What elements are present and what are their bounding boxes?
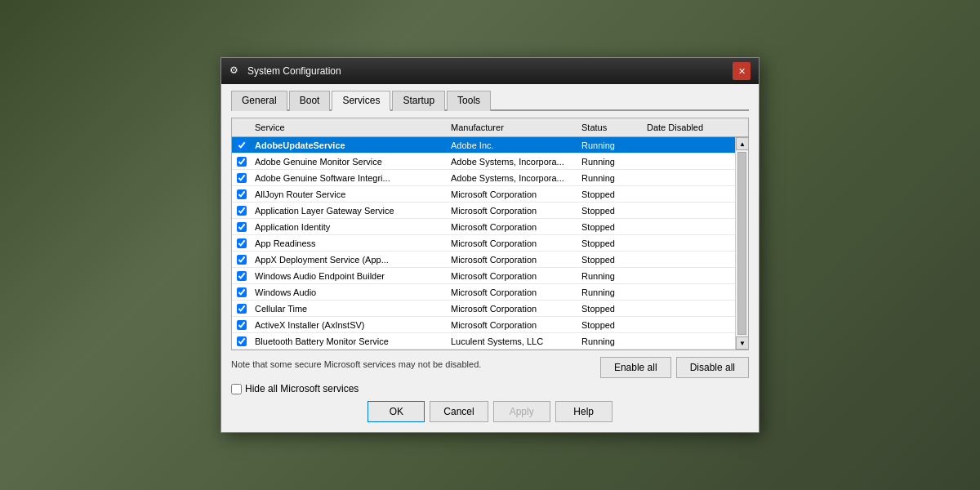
- scroll-down-arrow[interactable]: ▼: [736, 336, 749, 350]
- table-body[interactable]: AdobeUpdateServiceAdobe Inc.RunningAdobe…: [232, 137, 735, 350]
- service-name: ActiveX Installer (AxInstSV): [252, 318, 448, 332]
- row-checkbox-cell: [232, 238, 252, 248]
- hide-checkbox-row: Hide all Microsoft services: [231, 383, 749, 394]
- service-status: Stopped: [578, 220, 644, 234]
- col-date-disabled: Date Disabled: [644, 121, 742, 134]
- table-row[interactable]: Application Layer Gateway ServiceMicroso…: [232, 203, 735, 219]
- tab-tools[interactable]: Tools: [447, 91, 491, 111]
- service-checkbox[interactable]: [237, 222, 247, 232]
- manufacturer-name: Microsoft Corporation: [448, 237, 578, 250]
- table-body-container: AdobeUpdateServiceAdobe Inc.RunningAdobe…: [232, 137, 748, 350]
- table-header: Service Manufacturer Status Date Disable…: [232, 118, 748, 137]
- table-row[interactable]: Bluetooth Battery Monitor ServiceLuculen…: [232, 333, 735, 350]
- table-row[interactable]: App ReadinessMicrosoft CorporationStoppe…: [232, 235, 735, 252]
- service-checkbox[interactable]: [237, 255, 247, 265]
- service-checkbox[interactable]: [237, 206, 247, 216]
- close-button[interactable]: ✕: [733, 62, 751, 80]
- service-checkbox[interactable]: [237, 189, 247, 199]
- col-manufacturer: Manufacturer: [448, 121, 578, 134]
- table-row[interactable]: AllJoyn Router ServiceMicrosoft Corporat…: [232, 186, 735, 203]
- date-disabled: [644, 209, 735, 212]
- title-bar: ⚙ System Configuration ✕: [221, 58, 759, 84]
- table-row[interactable]: AdobeUpdateServiceAdobe Inc.Running: [232, 137, 735, 154]
- service-status: Running: [578, 172, 644, 185]
- main-buttons-row: OK Cancel Apply Help: [231, 401, 749, 422]
- table-row[interactable]: Application IdentityMicrosoft Corporatio…: [232, 219, 735, 235]
- row-checkbox-cell: [232, 271, 252, 281]
- apply-button[interactable]: Apply: [493, 401, 550, 422]
- service-name: AdobeUpdateService: [252, 139, 448, 152]
- service-name: Application Identity: [252, 220, 448, 234]
- service-name: Adobe Genuine Software Integri...: [252, 172, 448, 185]
- tab-startup[interactable]: Startup: [392, 91, 445, 111]
- table-row[interactable]: Cellular TimeMicrosoft CorporationStoppe…: [232, 301, 735, 317]
- table-row[interactable]: Adobe Genuine Monitor ServiceAdobe Syste…: [232, 154, 735, 170]
- date-disabled: [644, 225, 735, 229]
- scroll-thumb[interactable]: [737, 152, 746, 335]
- date-disabled: [644, 307, 735, 310]
- date-disabled: [644, 291, 735, 294]
- manufacturer-name: Microsoft Corporation: [448, 286, 578, 299]
- ok-button[interactable]: OK: [368, 401, 425, 422]
- service-name: Application Layer Gateway Service: [252, 204, 448, 217]
- system-configuration-dialog: ⚙ System Configuration ✕ General Boot Se…: [220, 57, 760, 433]
- tab-boot[interactable]: Boot: [289, 91, 331, 111]
- manufacturer-name: Microsoft Corporation: [448, 253, 578, 266]
- row-checkbox-cell: [232, 173, 252, 183]
- enable-all-button[interactable]: Enable all: [600, 357, 671, 378]
- note-and-buttons-row: Note that some secure Microsoft services…: [231, 357, 749, 378]
- scroll-up-arrow[interactable]: ▲: [736, 137, 749, 150]
- table-row[interactable]: ActiveX Installer (AxInstSV)Microsoft Co…: [232, 317, 735, 333]
- date-disabled: [644, 176, 735, 180]
- service-checkbox[interactable]: [237, 271, 247, 281]
- service-checkbox[interactable]: [237, 173, 247, 183]
- service-status: Running: [578, 139, 644, 152]
- date-disabled: [644, 193, 735, 196]
- tab-general[interactable]: General: [231, 91, 287, 111]
- window-title: System Configuration: [247, 65, 341, 77]
- table-row[interactable]: AppX Deployment Service (App...Microsoft…: [232, 252, 735, 268]
- table-row[interactable]: Windows AudioMicrosoft CorporationRunnin…: [232, 284, 735, 301]
- col-service: Service: [252, 121, 448, 134]
- app-icon: ⚙: [229, 65, 243, 78]
- dialog-body: General Boot Services Startup Tools Serv…: [221, 84, 759, 432]
- manufacturer-name: Adobe Systems, Incorpora...: [448, 155, 578, 168]
- hide-microsoft-checkbox[interactable]: [231, 384, 242, 394]
- service-checkbox[interactable]: [237, 336, 247, 346]
- scrollbar[interactable]: ▲ ▼: [735, 137, 748, 350]
- row-checkbox-cell: [232, 320, 252, 330]
- service-checkbox[interactable]: [237, 157, 247, 167]
- service-checkbox[interactable]: [237, 140, 247, 150]
- service-checkbox[interactable]: [237, 304, 247, 314]
- row-checkbox-cell: [232, 255, 252, 265]
- service-status: Running: [578, 270, 644, 283]
- manufacturer-name: Adobe Systems, Incorpora...: [448, 172, 578, 185]
- footer-note: Note that some secure Microsoft services…: [231, 359, 481, 369]
- row-checkbox-cell: [232, 189, 252, 199]
- service-checkbox[interactable]: [237, 287, 247, 297]
- services-panel: Service Manufacturer Status Date Disable…: [231, 118, 749, 350]
- service-name: Windows Audio Endpoint Builder: [252, 270, 448, 283]
- row-checkbox-cell: [232, 222, 252, 232]
- service-checkbox[interactable]: [237, 320, 247, 330]
- help-button[interactable]: Help: [555, 401, 612, 422]
- manufacturer-name: Microsoft Corporation: [448, 220, 578, 234]
- service-status: Stopped: [578, 237, 644, 250]
- service-name: Bluetooth Battery Monitor Service: [252, 335, 448, 348]
- date-disabled: [644, 242, 735, 245]
- cancel-button[interactable]: Cancel: [430, 401, 488, 422]
- manufacturer-name: Microsoft Corporation: [448, 270, 578, 283]
- service-status: Running: [578, 155, 644, 168]
- date-disabled: [644, 258, 735, 261]
- col-status: Status: [578, 121, 644, 134]
- service-name: AppX Deployment Service (App...: [252, 253, 448, 266]
- row-checkbox-cell: [232, 157, 252, 167]
- tab-services[interactable]: Services: [332, 91, 390, 111]
- hide-microsoft-label[interactable]: Hide all Microsoft services: [231, 383, 749, 394]
- table-row[interactable]: Adobe Genuine Software Integri...Adobe S…: [232, 170, 735, 186]
- manufacturer-name: Microsoft Corporation: [448, 318, 578, 332]
- service-checkbox[interactable]: [237, 238, 247, 248]
- disable-all-button[interactable]: Disable all: [676, 357, 749, 378]
- manufacturer-name: Luculent Systems, LLC: [448, 335, 578, 348]
- table-row[interactable]: Windows Audio Endpoint BuilderMicrosoft …: [232, 268, 735, 284]
